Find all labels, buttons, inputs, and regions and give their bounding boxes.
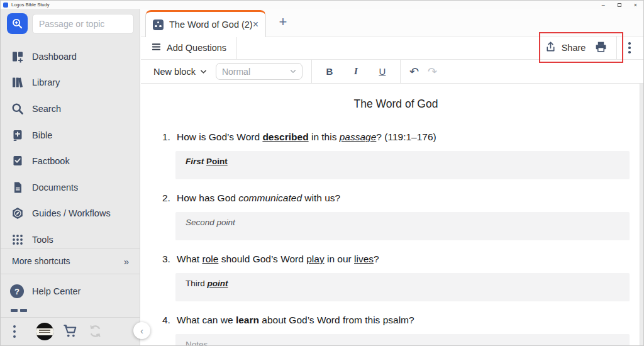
redo-button[interactable]: ↷ — [428, 67, 437, 77]
more-shortcuts-label: More shortcuts — [12, 256, 70, 266]
sidebar-item-library[interactable]: Library — [1, 70, 140, 96]
answer-box[interactable]: Third point — [175, 273, 630, 301]
collapse-sidebar-button[interactable]: ‹ — [133, 322, 150, 339]
divider — [311, 60, 312, 83]
undo-button[interactable]: ↶ — [409, 67, 419, 77]
question-text[interactable]: 3.What role should God’s Word play in ou… — [162, 252, 630, 266]
sidebar-item-search[interactable]: Search — [1, 96, 140, 122]
new-block-button[interactable]: New block — [153, 67, 207, 77]
account-avatar[interactable] — [36, 323, 53, 340]
bold-button[interactable]: B — [321, 63, 338, 81]
help-center-label: Help Center — [32, 286, 80, 296]
underline-button[interactable]: U — [374, 63, 391, 81]
share-label: Share — [562, 43, 586, 53]
questions-list: 1.How is God’s Word described in this pa… — [162, 130, 630, 345]
minimize-button[interactable]: – — [602, 2, 605, 8]
sidebar-item-factbook[interactable]: Factbook — [1, 148, 140, 174]
layout-icon-partial[interactable] — [11, 309, 27, 312]
share-icon — [545, 41, 557, 55]
question-number: 4. — [162, 313, 177, 327]
factbook-icon — [10, 155, 25, 167]
search-input[interactable] — [32, 14, 134, 34]
printer-icon — [594, 40, 608, 55]
chevron-down-icon — [290, 69, 296, 74]
sidebar-footer — [1, 317, 140, 345]
answer-box[interactable]: First Point — [175, 151, 630, 179]
new-block-label: New block — [153, 67, 196, 77]
style-value: Normal — [222, 67, 250, 77]
question-text[interactable]: 1.How is God’s Word described in this pa… — [162, 130, 630, 144]
maximize-button[interactable] — [618, 3, 621, 7]
panel-menu-icon[interactable] — [626, 42, 633, 53]
sidebar-nav: DashboardLibrarySearchBibleFactbookDocum… — [1, 43, 140, 253]
question-block: 1.How is God’s Word described in this pa… — [162, 130, 630, 179]
divider — [616, 36, 617, 59]
bible-icon — [10, 129, 25, 142]
add-questions-label: Add Questions — [167, 43, 226, 53]
search-plus-icon[interactable] — [7, 13, 28, 34]
question-block: 3.What role should God’s Word play in ou… — [162, 252, 630, 301]
sidebar-item-label: Tools — [32, 235, 53, 245]
main-panel: The Word of God (2) × + Add Questions Sh… — [141, 9, 643, 345]
document-editor[interactable]: The Word of God 1.How is God’s Word desc… — [141, 84, 643, 345]
sidebar-item-label: Bible — [32, 130, 52, 140]
divider — [400, 60, 401, 83]
document-title[interactable]: The Word of God — [162, 98, 630, 114]
answer-box[interactable]: Notes — [175, 334, 630, 345]
library-icon — [10, 76, 25, 89]
question-block: 2.How has God communicated with us?Secon… — [162, 191, 630, 240]
divider — [1, 274, 140, 274]
question-text[interactable]: 4.What can we learn about God’s Word fro… — [162, 313, 630, 327]
sidebar-item-help-center[interactable]: ? Help Center — [10, 279, 80, 303]
document-toolbar: Add Questions Share — [141, 36, 643, 60]
sidebar-item-label: Factbook — [32, 156, 70, 166]
chevron-down-icon — [200, 69, 207, 74]
panel-right-edge — [640, 84, 643, 345]
answer-placeholder: Notes — [186, 340, 208, 345]
sidebar-item-bible[interactable]: Bible — [1, 122, 140, 148]
sidebar-item-label: Library — [32, 77, 60, 87]
share-button[interactable]: Share — [545, 41, 586, 55]
documents-icon — [10, 181, 25, 194]
close-window-button[interactable]: × — [634, 2, 637, 8]
sidebar-item-guides-workflows[interactable]: Guides / Workflows — [1, 201, 140, 227]
app-title: Logos Bible Study — [11, 2, 49, 8]
tab-label: The Word of God (2) — [169, 20, 253, 30]
sidebar-item-label: Documents — [32, 182, 78, 193]
question-number: 3. — [162, 252, 177, 266]
add-questions-button[interactable]: Add Questions — [151, 42, 226, 54]
sync-icon[interactable] — [88, 324, 103, 341]
question-block: 4.What can we learn about God’s Word fro… — [162, 313, 630, 345]
tab-the-word-of-god[interactable]: The Word of God (2) × — [145, 10, 266, 37]
search-icon — [10, 103, 25, 115]
answer-box[interactable]: Second point — [175, 212, 630, 240]
dashboard-icon — [10, 50, 25, 63]
question-number: 1. — [162, 130, 177, 144]
tab-bar: The Word of God (2) × + — [141, 9, 643, 36]
sidebar-item-label: Dashboard — [32, 52, 77, 62]
kebab-menu-icon[interactable] — [13, 325, 16, 338]
close-tab-icon[interactable]: × — [253, 20, 258, 29]
question-text[interactable]: 2.How has God communicated with us? — [162, 191, 630, 205]
app-window: Logos Bible Study – × DashboardLibrarySe… — [0, 0, 644, 346]
paragraph-style-select[interactable]: Normal — [216, 63, 303, 80]
app-logo-icon — [3, 3, 8, 8]
format-toolbar: New block Normal B I U ↶ ↷ — [141, 60, 643, 84]
hamburger-icon — [151, 42, 162, 54]
divider — [236, 36, 237, 59]
sidebar-item-dashboard[interactable]: Dashboard — [1, 43, 140, 70]
double-chevron-icon: » — [124, 256, 128, 267]
sidebar-item-documents[interactable]: Documents — [1, 174, 140, 201]
questions-document-icon — [153, 20, 164, 30]
new-tab-button[interactable]: + — [275, 14, 291, 30]
tools-icon — [10, 233, 25, 246]
guides-icon — [10, 207, 25, 220]
cart-icon[interactable] — [62, 323, 79, 342]
titlebar: Logos Bible Study – × — [1, 1, 643, 9]
sidebar-item-label: Search — [32, 104, 61, 114]
more-shortcuts-button[interactable]: More shortcuts » — [1, 248, 140, 274]
italic-button[interactable]: I — [347, 63, 365, 81]
sidebar: DashboardLibrarySearchBibleFactbookDocum… — [1, 9, 140, 345]
print-button[interactable] — [594, 40, 608, 55]
help-icon: ? — [10, 284, 24, 298]
